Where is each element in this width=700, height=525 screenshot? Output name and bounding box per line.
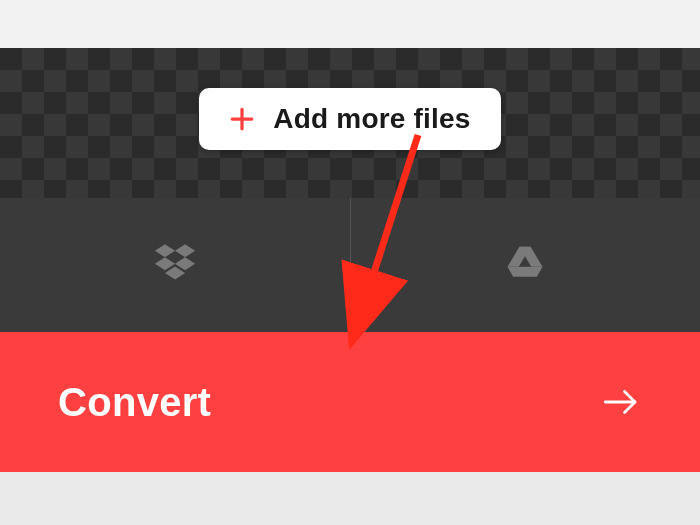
arrow-right-icon	[600, 381, 642, 423]
dropbox-icon	[152, 240, 198, 290]
svg-marker-5	[175, 257, 195, 270]
convert-button[interactable]: Convert	[0, 332, 700, 472]
dropzone-area[interactable]: Add more files	[0, 48, 700, 198]
convert-label: Convert	[58, 380, 211, 425]
google-drive-icon	[502, 243, 548, 287]
svg-marker-4	[155, 257, 175, 270]
plus-icon	[229, 106, 255, 132]
add-more-files-label: Add more files	[273, 103, 470, 135]
svg-marker-6	[165, 267, 185, 280]
svg-marker-2	[155, 244, 175, 257]
add-more-files-button[interactable]: Add more files	[199, 88, 500, 150]
google-drive-button[interactable]	[351, 198, 701, 332]
spacer-bottom	[0, 472, 700, 525]
spacer-top	[0, 0, 700, 48]
page-root: Add more files	[0, 0, 700, 525]
svg-marker-9	[508, 267, 543, 277]
dropbox-button[interactable]	[0, 198, 350, 332]
cloud-sources-row	[0, 198, 700, 332]
svg-marker-3	[175, 244, 195, 257]
